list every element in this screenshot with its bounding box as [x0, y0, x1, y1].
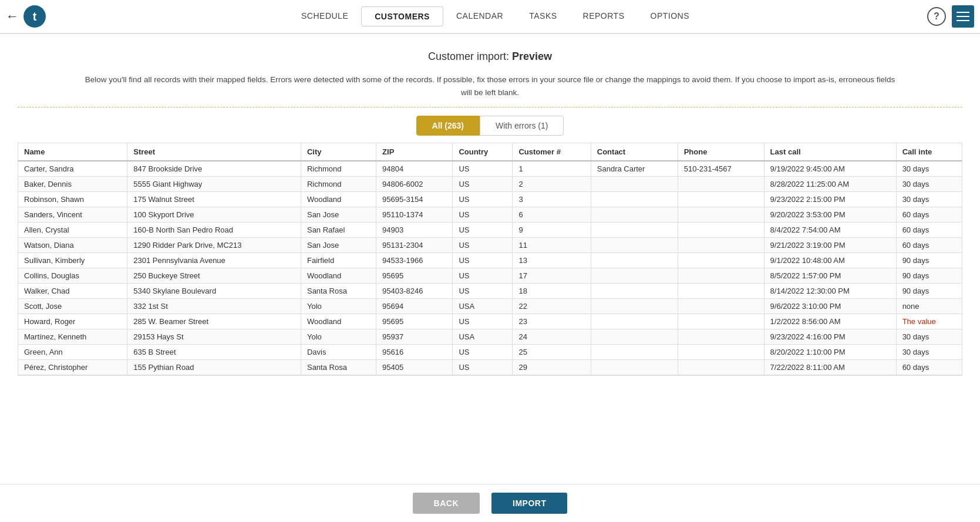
table-cell: US — [453, 161, 513, 177]
table-row: Watson, Diana1290 Ridder Park Drive, MC2… — [18, 238, 962, 253]
table-cell — [591, 360, 678, 375]
table-cell: 13 — [513, 253, 591, 268]
col-header-contact: Contact — [591, 143, 678, 161]
table-cell: Yolo — [301, 299, 376, 314]
col-header-city: City — [301, 143, 376, 161]
table-cell: 11 — [513, 238, 591, 253]
table-cell: 332 1st St — [127, 299, 301, 314]
table-cell: Collins, Douglas — [18, 268, 127, 284]
nav-customers[interactable]: CUSTOMERS — [361, 6, 443, 26]
table-cell: 250 Buckeye Street — [127, 268, 301, 284]
table-cell: Howard, Roger — [18, 314, 127, 329]
table-cell: US — [453, 284, 513, 299]
col-header-last-call: Last call — [764, 143, 896, 161]
table-cell — [591, 238, 678, 253]
table-row: Scott, Jose332 1st StYolo95694USA229/6/2… — [18, 299, 962, 314]
table-row: Walker, Chad5340 Skylane BoulevardSanta … — [18, 284, 962, 299]
tabs-row: All (263) With errors (1) — [18, 116, 962, 136]
table-cell — [678, 345, 764, 360]
table-cell — [678, 314, 764, 329]
tab-with-errors[interactable]: With errors (1) — [480, 116, 564, 136]
table-cell — [678, 177, 764, 192]
help-button[interactable]: ? — [927, 7, 946, 26]
table-cell: Robinson, Shawn — [18, 192, 127, 207]
table-wrapper[interactable]: NameStreetCityZIPCountryCustomer #Contac… — [18, 143, 962, 376]
table-cell: 24 — [513, 329, 591, 345]
table-cell: The value — [896, 314, 962, 329]
table-cell: 3 — [513, 192, 591, 207]
table-cell: 94533-1966 — [376, 253, 453, 268]
table-cell: San Rafael — [301, 223, 376, 238]
nav-links: SCHEDULE CUSTOMERS CALENDAR TASKS REPORT… — [63, 6, 927, 26]
table-cell — [591, 314, 678, 329]
table-row: Sullivan, Kimberly2301 Pennsylvania Aven… — [18, 253, 962, 268]
table-cell: 8/28/2022 11:25:00 AM — [764, 177, 896, 192]
table-cell — [678, 299, 764, 314]
table-cell: US — [453, 192, 513, 207]
table-cell: none — [896, 299, 962, 314]
table-cell: 90 days — [896, 284, 962, 299]
table-cell: 94806-6002 — [376, 177, 453, 192]
table-cell: 7/22/2022 8:11:00 AM — [764, 360, 896, 375]
menu-line-2 — [957, 16, 969, 17]
table-cell: 23 — [513, 314, 591, 329]
table-cell: US — [453, 345, 513, 360]
table-cell: 95110-1374 — [376, 207, 453, 223]
table-cell: 1 — [513, 161, 591, 177]
table-cell: Richmond — [301, 177, 376, 192]
table-cell: Richmond — [301, 161, 376, 177]
table-cell — [591, 284, 678, 299]
table-cell: US — [453, 177, 513, 192]
table-cell — [678, 238, 764, 253]
col-header-customer--: Customer # — [513, 143, 591, 161]
table-cell: 9/23/2022 2:15:00 PM — [764, 192, 896, 207]
table-cell: 90 days — [896, 268, 962, 284]
table-cell: 95694 — [376, 299, 453, 314]
table-cell — [678, 223, 764, 238]
table-cell: 510-231-4567 — [678, 161, 764, 177]
table-cell: Davis — [301, 345, 376, 360]
table-cell: 9/20/2022 3:53:00 PM — [764, 207, 896, 223]
table-cell: 22 — [513, 299, 591, 314]
nav-reports[interactable]: REPORTS — [570, 6, 638, 26]
table-cell: Woodland — [301, 192, 376, 207]
table-cell: Allen, Crystal — [18, 223, 127, 238]
table-cell: 60 days — [896, 223, 962, 238]
table-cell — [591, 299, 678, 314]
table-row: Allen, Crystal160-B North San Pedro Road… — [18, 223, 962, 238]
table-cell: Carter, Sandra — [18, 161, 127, 177]
table-cell: 60 days — [896, 238, 962, 253]
table-cell — [678, 192, 764, 207]
col-header-country: Country — [453, 143, 513, 161]
table-cell — [591, 329, 678, 345]
navbar: ← t SCHEDULE CUSTOMERS CALENDAR TASKS RE… — [0, 0, 980, 34]
table-cell: US — [453, 238, 513, 253]
description-text: Below you'll find all records with their… — [79, 73, 901, 99]
table-cell: 95695 — [376, 314, 453, 329]
col-header-call-inte: Call inte — [896, 143, 962, 161]
col-header-zip: ZIP — [376, 143, 453, 161]
table-cell: 9/23/2022 4:16:00 PM — [764, 329, 896, 345]
table-cell: Pérez, Christopher — [18, 360, 127, 375]
table-row: Baker, Dennis5555 Giant HighwayRichmond9… — [18, 177, 962, 192]
nav-calendar[interactable]: CALENDAR — [443, 6, 516, 26]
logo[interactable]: t — [23, 5, 46, 28]
table-cell: 155 Pythian Road — [127, 360, 301, 375]
table-cell: Watson, Diana — [18, 238, 127, 253]
table-cell: 17 — [513, 268, 591, 284]
table-cell: Sullivan, Kimberly — [18, 253, 127, 268]
tab-all[interactable]: All (263) — [416, 116, 480, 136]
table-cell: 95616 — [376, 345, 453, 360]
nav-options[interactable]: OPTIONS — [638, 6, 703, 26]
menu-button[interactable] — [952, 5, 974, 28]
table-cell: US — [453, 360, 513, 375]
back-arrow[interactable]: ← — [6, 9, 19, 24]
table-cell: 9/21/2022 3:19:00 PM — [764, 238, 896, 253]
nav-tasks[interactable]: TASKS — [516, 6, 570, 26]
table-cell — [591, 268, 678, 284]
table-row: Martínez, Kenneth29153 Hays StYolo95937U… — [18, 329, 962, 345]
nav-schedule[interactable]: SCHEDULE — [288, 6, 361, 26]
table-row: Robinson, Shawn175 Walnut StreetWoodland… — [18, 192, 962, 207]
table-cell — [678, 268, 764, 284]
customer-table: NameStreetCityZIPCountryCustomer #Contac… — [18, 143, 962, 375]
